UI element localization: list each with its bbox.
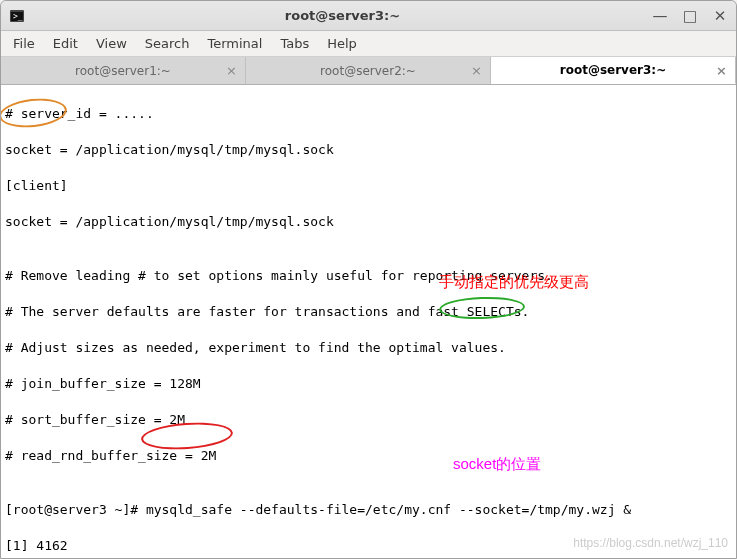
menu-file[interactable]: File: [5, 33, 43, 54]
tab-server2[interactable]: root@server2:~ ×: [246, 57, 491, 84]
menu-terminal[interactable]: Terminal: [199, 33, 270, 54]
terminal-app-icon: >_: [9, 8, 25, 24]
terminal-line: # Adjust sizes as needed, experiment to …: [5, 339, 732, 357]
tabbar: root@server1:~ × root@server2:~ × root@s…: [1, 57, 736, 85]
terminal-line: [root@server3 ~]# mysqld_safe --defaults…: [5, 501, 732, 519]
watermark: https://blog.csdn.net/wzj_110: [573, 534, 728, 552]
window-title: root@server3:~: [33, 8, 652, 23]
tab-close-icon[interactable]: ×: [226, 63, 237, 78]
minimize-icon[interactable]: —: [652, 7, 668, 25]
svg-text:>_: >_: [13, 12, 23, 21]
tab-server1[interactable]: root@server1:~ ×: [1, 57, 246, 84]
tab-label: root@server3:~: [560, 63, 666, 77]
terminal-line: socket = /application/mysql/tmp/mysql.so…: [5, 141, 732, 159]
terminal-line: # server_id = .....: [5, 105, 732, 123]
terminal-output[interactable]: # server_id = ..... socket = /applicatio…: [1, 85, 736, 558]
terminal-line: # The server defaults are faster for tra…: [5, 303, 732, 321]
maximize-icon[interactable]: □: [682, 7, 698, 25]
terminal-line: # sort_buffer_size = 2M: [5, 411, 732, 429]
terminal-line: # Remove leading # to set options mainly…: [5, 267, 732, 285]
menu-tabs[interactable]: Tabs: [272, 33, 317, 54]
menu-help[interactable]: Help: [319, 33, 365, 54]
menu-search[interactable]: Search: [137, 33, 198, 54]
terminal-line: [client]: [5, 177, 732, 195]
tab-label: root@server1:~: [75, 64, 171, 78]
terminal-line: # read_rnd_buffer_size = 2M: [5, 447, 732, 465]
terminal-line: socket = /application/mysql/tmp/mysql.so…: [5, 213, 732, 231]
terminal-line: # join_buffer_size = 128M: [5, 375, 732, 393]
menu-edit[interactable]: Edit: [45, 33, 86, 54]
window-controls: — □ ✕: [652, 7, 728, 25]
titlebar: >_ root@server3:~ — □ ✕: [1, 1, 736, 31]
close-icon[interactable]: ✕: [712, 7, 728, 25]
tab-close-icon[interactable]: ×: [716, 63, 727, 78]
menu-view[interactable]: View: [88, 33, 135, 54]
tab-server3[interactable]: root@server3:~ ×: [491, 57, 736, 84]
menubar: File Edit View Search Terminal Tabs Help: [1, 31, 736, 57]
tab-label: root@server2:~: [320, 64, 416, 78]
tab-close-icon[interactable]: ×: [471, 63, 482, 78]
